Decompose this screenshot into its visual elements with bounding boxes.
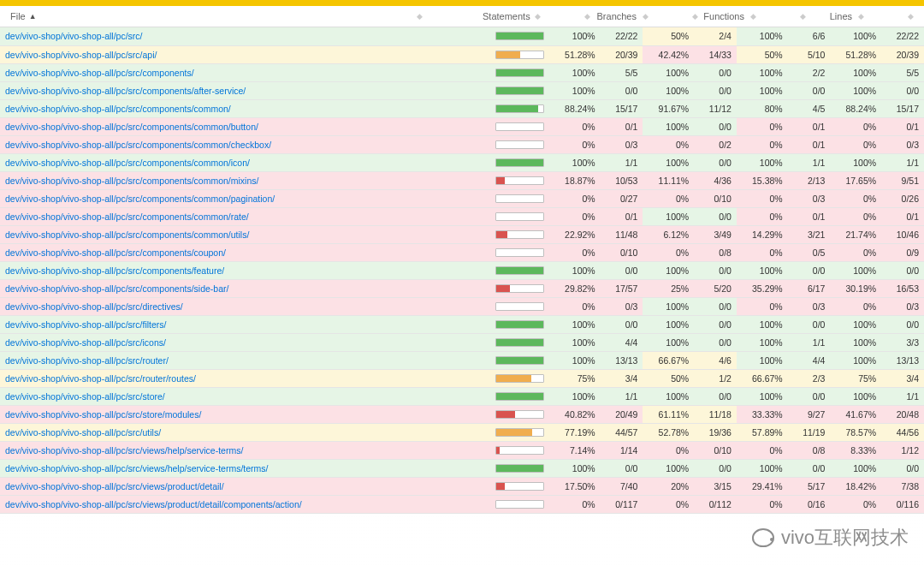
statements-frac: 1/1 xyxy=(601,387,643,405)
statements-frac: 5/5 xyxy=(601,63,643,81)
lines-pct: 100% xyxy=(830,27,881,45)
lines-pct: 75% xyxy=(830,369,881,387)
branches-frac: 11/12 xyxy=(694,99,737,117)
branches-pct: 100% xyxy=(643,459,694,477)
sort-icon[interactable]: ◆ xyxy=(691,12,698,21)
file-link[interactable]: dev/vivo-shop/vivo-shop-all/pc/src/views… xyxy=(5,499,302,509)
table-row: dev/vivo-shop/vivo-shop-all/pc/src/store… xyxy=(0,387,924,405)
coverage-bar xyxy=(495,32,544,40)
file-link[interactable]: dev/vivo-shop/vivo-shop-all/pc/src/compo… xyxy=(5,86,246,96)
sort-icon[interactable]: ◆ xyxy=(416,12,423,21)
statements-pct: 0% xyxy=(549,207,601,225)
functions-frac: 9/27 xyxy=(788,405,831,423)
functions-frac: 4/5 xyxy=(788,99,831,117)
lines-frac: 16/53 xyxy=(881,279,924,297)
file-link[interactable]: dev/vivo-shop/vivo-shop-all/pc/src/store… xyxy=(5,391,165,402)
file-link[interactable]: dev/vivo-shop/vivo-shop-all/pc/src/icons… xyxy=(5,337,166,348)
file-link[interactable]: dev/vivo-shop/vivo-shop-all/pc/src/direc… xyxy=(5,301,183,312)
lines-pct: 100% xyxy=(830,387,881,405)
coverage-bar xyxy=(495,122,544,131)
lines-pct: 21.74% xyxy=(830,225,881,243)
functions-frac: 0/16 xyxy=(788,495,831,513)
branches-pct: 91.67% xyxy=(643,99,694,117)
statements-pct: 100% xyxy=(549,27,601,45)
table-row: dev/vivo-shop/vivo-shop-all/pc/src/store… xyxy=(0,405,924,423)
lines-frac: 1/1 xyxy=(881,387,924,405)
table-row: dev/vivo-shop/vivo-shop-all/pc/src/compo… xyxy=(0,225,924,243)
functions-frac: 6/6 xyxy=(788,27,831,45)
lines-frac: 7/38 xyxy=(881,477,924,495)
lines-pct: 18.42% xyxy=(830,477,881,495)
file-link[interactable]: dev/vivo-shop/vivo-shop-all/pc/src/utils… xyxy=(5,427,161,438)
coverage-bar xyxy=(495,194,544,203)
file-link[interactable]: dev/vivo-shop/vivo-shop-all/pc/src/compo… xyxy=(5,265,224,276)
header-file-label: File xyxy=(10,11,26,21)
branches-pct: 0% xyxy=(643,495,694,513)
functions-frac: 0/1 xyxy=(788,207,831,225)
coverage-bar xyxy=(495,302,544,311)
functions-pct: 100% xyxy=(737,63,788,81)
file-link[interactable]: dev/vivo-shop/vivo-shop-all/pc/src/route… xyxy=(5,373,196,384)
functions-frac: 0/1 xyxy=(788,135,831,153)
sort-icon[interactable]: ◆ xyxy=(907,12,914,21)
file-link[interactable]: dev/vivo-shop/vivo-shop-all/pc/src/ xyxy=(5,31,142,41)
functions-frac: 0/3 xyxy=(788,297,831,315)
sort-icon[interactable]: ◆ xyxy=(583,12,590,21)
functions-frac: 0/0 xyxy=(788,81,831,99)
branches-frac: 0/112 xyxy=(694,495,737,513)
file-link[interactable]: dev/vivo-shop/vivo-shop-all/pc/src/compo… xyxy=(5,158,250,168)
functions-pct: 50% xyxy=(737,45,788,63)
branches-pct: 42.42% xyxy=(643,45,694,63)
lines-pct: 88.24% xyxy=(830,99,881,117)
functions-pct: 100% xyxy=(737,153,788,171)
lines-pct: 100% xyxy=(830,459,881,477)
statements-pct: 88.24% xyxy=(549,99,601,117)
file-link[interactable]: dev/vivo-shop/vivo-shop-all/pc/src/compo… xyxy=(5,68,194,78)
file-link[interactable]: dev/vivo-shop/vivo-shop-all/pc/src/filte… xyxy=(5,319,166,330)
file-link[interactable]: dev/vivo-shop/vivo-shop-all/pc/src/compo… xyxy=(5,212,249,222)
header-functions[interactable]: Functions xyxy=(698,11,749,21)
file-link[interactable]: dev/vivo-shop/vivo-shop-all/pc/src/compo… xyxy=(5,194,275,204)
sort-icon[interactable]: ◆ xyxy=(534,12,541,21)
file-link[interactable]: dev/vivo-shop/vivo-shop-all/pc/src/compo… xyxy=(5,122,258,132)
file-link[interactable]: dev/vivo-shop/vivo-shop-all/pc/src/views… xyxy=(5,445,243,456)
file-link[interactable]: dev/vivo-shop/vivo-shop-all/pc/src/compo… xyxy=(5,140,271,150)
file-link[interactable]: dev/vivo-shop/vivo-shop-all/pc/src/compo… xyxy=(5,176,258,186)
statements-pct: 0% xyxy=(549,243,601,261)
sort-icon[interactable]: ◆ xyxy=(642,12,649,21)
branches-frac: 0/0 xyxy=(694,315,737,333)
coverage-bar xyxy=(495,392,544,401)
file-link[interactable]: dev/vivo-shop/vivo-shop-all/pc/src/views… xyxy=(5,481,224,492)
file-link[interactable]: dev/vivo-shop/vivo-shop-all/pc/src/views… xyxy=(5,463,269,474)
file-link[interactable]: dev/vivo-shop/vivo-shop-all/pc/src/api/ xyxy=(5,50,157,60)
header-statements[interactable]: Statements xyxy=(483,11,534,21)
branches-frac: 4/6 xyxy=(694,351,737,369)
file-link[interactable]: dev/vivo-shop/vivo-shop-all/pc/src/route… xyxy=(5,355,169,366)
table-row: dev/vivo-shop/vivo-shop-all/pc/src/views… xyxy=(0,495,924,513)
table-row: dev/vivo-shop/vivo-shop-all/pc/src/compo… xyxy=(0,171,924,189)
branches-pct: 100% xyxy=(643,387,694,405)
header-branches[interactable]: Branches xyxy=(590,11,642,21)
header-file[interactable]: File ▲ xyxy=(10,11,416,21)
statements-pct: 40.82% xyxy=(549,405,601,423)
header-lines[interactable]: Lines xyxy=(806,11,857,21)
lines-pct: 100% xyxy=(830,63,881,81)
file-link[interactable]: dev/vivo-shop/vivo-shop-all/pc/src/compo… xyxy=(5,229,249,240)
sort-icon[interactable]: ◆ xyxy=(749,12,756,21)
sort-icon[interactable]: ◆ xyxy=(857,12,864,21)
statements-frac: 0/27 xyxy=(601,189,643,207)
functions-pct: 100% xyxy=(737,81,788,99)
statements-pct: 17.50% xyxy=(549,477,601,495)
statements-frac: 11/48 xyxy=(601,225,643,243)
table-row: dev/vivo-shop/vivo-shop-all/pc/src/compo… xyxy=(0,63,924,81)
coverage-bar xyxy=(495,500,544,509)
file-link[interactable]: dev/vivo-shop/vivo-shop-all/pc/src/compo… xyxy=(5,104,231,114)
lines-pct: 78.57% xyxy=(830,423,881,441)
file-link[interactable]: dev/vivo-shop/vivo-shop-all/pc/src/compo… xyxy=(5,247,226,258)
functions-frac: 6/17 xyxy=(788,279,831,297)
file-link[interactable]: dev/vivo-shop/vivo-shop-all/pc/src/store… xyxy=(5,409,201,420)
sort-icon[interactable]: ◆ xyxy=(799,12,806,21)
table-row: dev/vivo-shop/vivo-shop-all/pc/src/compo… xyxy=(0,243,924,261)
file-link[interactable]: dev/vivo-shop/vivo-shop-all/pc/src/compo… xyxy=(5,283,228,294)
branches-pct: 0% xyxy=(643,243,694,261)
